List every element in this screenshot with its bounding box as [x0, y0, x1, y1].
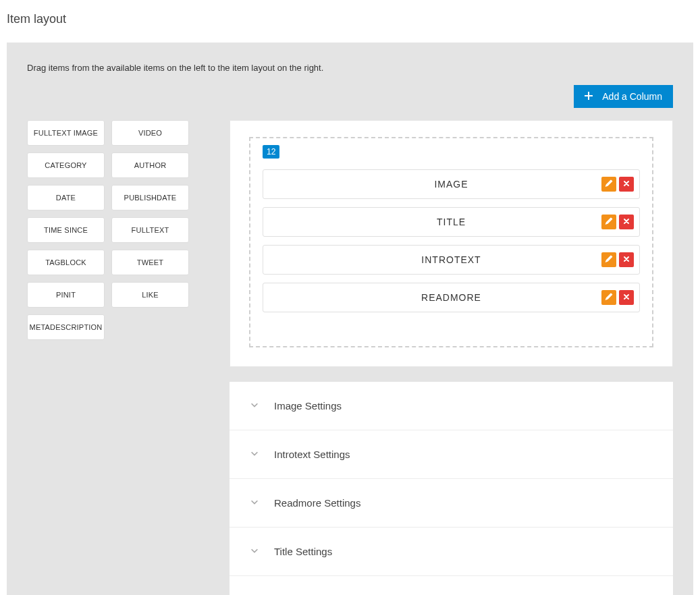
placed-item[interactable]: INTROTEXT [263, 245, 640, 275]
plus-icon [585, 91, 593, 102]
available-item[interactable]: PUBLISHDATE [111, 185, 189, 210]
pencil-icon [605, 293, 613, 303]
available-item[interactable]: PINIT [27, 282, 105, 308]
close-icon [622, 217, 630, 227]
edit-item-button[interactable] [601, 215, 616, 229]
available-item[interactable]: FULLTEXT IMAGE [27, 120, 105, 146]
close-icon [622, 293, 630, 303]
settings-panel-toggle[interactable]: Readmore Settings [230, 479, 673, 528]
settings-panel-toggle[interactable]: Introtext Settings [230, 430, 673, 479]
placed-item[interactable]: IMAGE [263, 169, 640, 199]
settings-accordion: Image Settings Introtext Settings Readmo… [230, 382, 673, 595]
svg-rect-1 [585, 95, 593, 96]
page-title: Item layout [7, 12, 693, 26]
delete-item-button[interactable] [619, 177, 634, 192]
available-item[interactable]: METADESCRIPTION [27, 314, 105, 340]
settings-blank-row [230, 576, 673, 595]
pencil-icon [605, 179, 613, 190]
available-item[interactable]: AUTHOR [111, 152, 189, 178]
chevron-down-icon [250, 400, 259, 412]
placed-item-label: INTROTEXT [421, 254, 481, 265]
close-icon [622, 179, 630, 190]
chevron-down-icon [250, 449, 259, 460]
available-item[interactable]: TWEET [111, 250, 189, 275]
add-column-label: Add a Column [602, 91, 662, 102]
placed-item-label: READMORE [421, 292, 481, 303]
delete-item-button[interactable] [619, 215, 634, 229]
available-item[interactable]: TIME SINCE [27, 217, 105, 243]
edit-item-button[interactable] [601, 252, 616, 267]
chevron-down-icon [250, 546, 259, 557]
close-icon [622, 255, 630, 265]
chevron-down-icon [250, 497, 259, 509]
available-item[interactable]: CATEGORY [27, 152, 105, 178]
available-item[interactable]: FULLTEXT [111, 217, 189, 243]
placed-item[interactable]: READMORE [263, 283, 640, 312]
available-item[interactable]: DATE [27, 185, 105, 210]
edit-item-button[interactable] [601, 290, 616, 305]
instruction-text: Drag items from the available items on t… [27, 63, 673, 73]
layout-column[interactable]: 12 IMAGE [249, 137, 653, 347]
column-width-badge: 12 [263, 145, 279, 159]
placed-item[interactable]: TITLE [263, 207, 640, 237]
settings-panel-toggle[interactable]: Image Settings [230, 382, 673, 430]
delete-item-button[interactable] [619, 252, 634, 267]
pencil-icon [605, 255, 613, 265]
placed-item-label: TITLE [437, 217, 466, 227]
available-item[interactable]: TAGBLOCK [27, 250, 105, 275]
settings-panel-label: Image Settings [274, 400, 342, 412]
settings-panel-label: Title Settings [274, 546, 332, 557]
settings-panel-label: Introtext Settings [274, 449, 350, 460]
edit-item-button[interactable] [601, 177, 616, 192]
settings-panel-label: Readmore Settings [274, 497, 360, 509]
available-item[interactable]: LIKE [111, 282, 189, 308]
placed-item-label: IMAGE [434, 179, 468, 190]
pencil-icon [605, 217, 613, 227]
available-items-grid: FULLTEXT IMAGE VIDEO CATEGORY AUTHOR DAT… [27, 120, 189, 340]
item-layout-panel: Drag items from the available items on t… [7, 42, 693, 595]
delete-item-button[interactable] [619, 290, 634, 305]
layout-canvas: 12 IMAGE [230, 120, 673, 367]
settings-panel-toggle[interactable]: Title Settings [230, 528, 673, 576]
available-item[interactable]: VIDEO [111, 120, 189, 146]
add-column-button[interactable]: Add a Column [574, 85, 673, 108]
